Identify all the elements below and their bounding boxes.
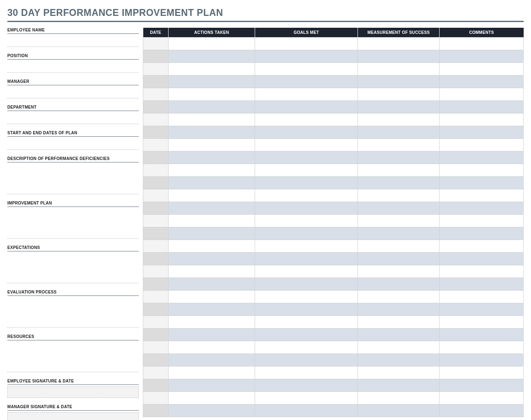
table-cell[interactable] (143, 253, 169, 265)
table-cell[interactable] (143, 139, 169, 151)
table-cell[interactable] (169, 101, 255, 113)
table-cell[interactable] (143, 126, 169, 139)
table-cell[interactable] (358, 253, 440, 265)
table-cell[interactable] (358, 151, 440, 164)
table-cell[interactable] (169, 392, 255, 404)
table-cell[interactable] (440, 379, 524, 392)
table-cell[interactable] (440, 139, 524, 151)
signature-box[interactable] (7, 412, 139, 420)
table-cell[interactable] (169, 367, 255, 379)
table-cell[interactable] (255, 164, 358, 177)
field-input[interactable] (7, 253, 139, 283)
table-cell[interactable] (169, 341, 255, 354)
table-cell[interactable] (255, 101, 358, 113)
table-cell[interactable] (440, 316, 524, 329)
signature-box[interactable] (7, 387, 139, 398)
table-cell[interactable] (143, 240, 169, 253)
table-cell[interactable] (358, 303, 440, 316)
table-cell[interactable] (440, 189, 524, 202)
table-cell[interactable] (358, 379, 440, 392)
table-cell[interactable] (143, 392, 169, 404)
table-cell[interactable] (440, 63, 524, 76)
table-cell[interactable] (358, 291, 440, 303)
table-cell[interactable] (440, 303, 524, 316)
table-cell[interactable] (143, 113, 169, 126)
table-cell[interactable] (255, 265, 358, 278)
table-cell[interactable] (440, 341, 524, 354)
table-cell[interactable] (255, 367, 358, 379)
table-cell[interactable] (169, 265, 255, 278)
table-cell[interactable] (358, 265, 440, 278)
table-cell[interactable] (255, 38, 358, 50)
table-cell[interactable] (143, 265, 169, 278)
table-cell[interactable] (358, 126, 440, 139)
table-cell[interactable] (255, 151, 358, 164)
table-cell[interactable] (440, 164, 524, 177)
table-cell[interactable] (169, 126, 255, 139)
table-cell[interactable] (255, 291, 358, 303)
table-cell[interactable] (169, 202, 255, 215)
table-cell[interactable] (169, 404, 255, 417)
table-cell[interactable] (440, 354, 524, 367)
table-cell[interactable] (358, 329, 440, 341)
table-cell[interactable] (143, 88, 169, 101)
table-cell[interactable] (143, 291, 169, 303)
table-cell[interactable] (255, 341, 358, 354)
field-input[interactable] (7, 87, 139, 98)
field-input[interactable] (7, 164, 139, 194)
table-cell[interactable] (358, 38, 440, 50)
table-cell[interactable] (255, 50, 358, 63)
table-cell[interactable] (440, 101, 524, 113)
table-cell[interactable] (143, 38, 169, 50)
table-cell[interactable] (255, 76, 358, 88)
table-cell[interactable] (169, 63, 255, 76)
table-cell[interactable] (358, 164, 440, 177)
table-cell[interactable] (358, 113, 440, 126)
table-cell[interactable] (358, 189, 440, 202)
table-cell[interactable] (143, 63, 169, 76)
table-cell[interactable] (143, 227, 169, 240)
table-cell[interactable] (440, 215, 524, 227)
table-cell[interactable] (440, 151, 524, 164)
table-cell[interactable] (440, 392, 524, 404)
table-cell[interactable] (358, 50, 440, 63)
table-cell[interactable] (358, 139, 440, 151)
table-cell[interactable] (143, 316, 169, 329)
table-cell[interactable] (169, 139, 255, 151)
table-cell[interactable] (255, 126, 358, 139)
field-input[interactable] (7, 138, 139, 150)
table-cell[interactable] (440, 126, 524, 139)
table-cell[interactable] (169, 354, 255, 367)
table-cell[interactable] (143, 215, 169, 227)
table-cell[interactable] (143, 189, 169, 202)
table-cell[interactable] (169, 215, 255, 227)
table-cell[interactable] (358, 240, 440, 253)
table-cell[interactable] (169, 379, 255, 392)
table-cell[interactable] (169, 291, 255, 303)
table-cell[interactable] (143, 202, 169, 215)
table-cell[interactable] (255, 88, 358, 101)
table-cell[interactable] (358, 392, 440, 404)
table-cell[interactable] (143, 367, 169, 379)
table-cell[interactable] (169, 329, 255, 341)
table-cell[interactable] (440, 202, 524, 215)
table-cell[interactable] (143, 50, 169, 63)
field-input[interactable] (7, 298, 139, 328)
table-cell[interactable] (169, 227, 255, 240)
table-cell[interactable] (440, 113, 524, 126)
table-cell[interactable] (143, 101, 169, 113)
table-cell[interactable] (169, 76, 255, 88)
table-cell[interactable] (169, 253, 255, 265)
table-cell[interactable] (255, 303, 358, 316)
table-cell[interactable] (169, 88, 255, 101)
table-cell[interactable] (358, 316, 440, 329)
table-cell[interactable] (358, 101, 440, 113)
table-cell[interactable] (143, 341, 169, 354)
table-cell[interactable] (440, 367, 524, 379)
table-cell[interactable] (169, 177, 255, 189)
table-cell[interactable] (358, 354, 440, 367)
table-cell[interactable] (255, 253, 358, 265)
table-cell[interactable] (255, 227, 358, 240)
table-cell[interactable] (143, 329, 169, 341)
table-cell[interactable] (358, 404, 440, 417)
